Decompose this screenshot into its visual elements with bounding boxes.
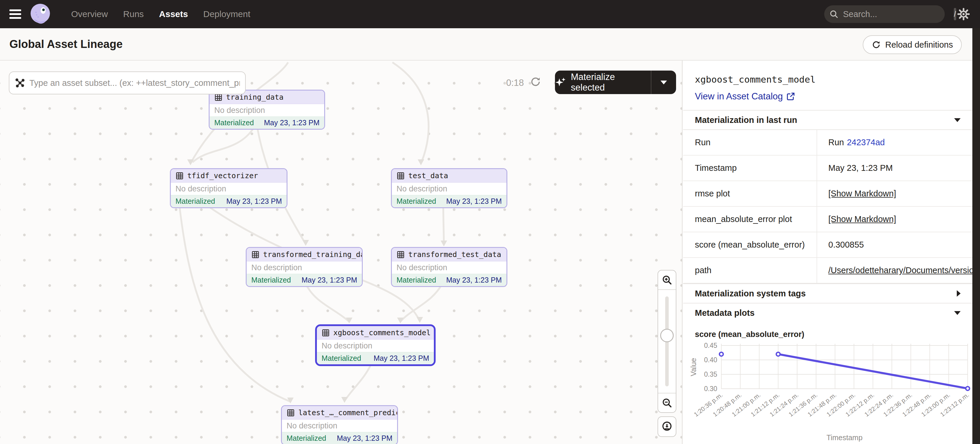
zoom-in-button[interactable] (658, 271, 676, 290)
zoom-slider-handle[interactable] (660, 329, 674, 342)
svg-text:Value: Value (689, 358, 697, 376)
table-row: Timestamp May 23, 1:23 PM (683, 156, 972, 181)
top-nav: Overview Runs Assets Deployment / (0, 0, 980, 28)
chevron-down-icon (954, 118, 961, 122)
status-badge: Materialized (321, 354, 361, 363)
nav-item-runs[interactable]: Runs (123, 9, 144, 19)
node-description: No description (247, 261, 362, 274)
asset-node-transformed-test-data[interactable]: transformed_test_data No description Mat… (391, 247, 508, 287)
chevron-right-icon (957, 290, 961, 297)
page-title: Global Asset Lineage (10, 38, 123, 51)
chevron-down-icon (954, 311, 961, 315)
global-search[interactable]: / (824, 5, 945, 23)
materialize-options-caret[interactable] (651, 70, 676, 94)
section-materialization-system-tags[interactable]: Materialization system tags (683, 283, 972, 303)
table-row: rmse plot [Show Markdown] (683, 181, 972, 207)
table-row: score (mean_absolute_error) 0.300855 (683, 232, 972, 258)
view-in-asset-catalog-link[interactable]: View in Asset Catalog (695, 91, 961, 102)
nav-item-deployment[interactable]: Deployment (203, 9, 250, 19)
status-badge: Materialized (396, 197, 436, 205)
node-description: No description (392, 261, 506, 274)
svg-text:0.45: 0.45 (704, 342, 717, 349)
materialize-selected-button[interactable]: Materialize selected (555, 70, 676, 94)
svg-text:Timestamp: Timestamp (827, 433, 863, 442)
search-input[interactable] (843, 10, 954, 19)
asset-details-panel: xgboost_comments_model View in Asset Cat… (683, 60, 972, 444)
panel-asset-title: xgboost_comments_model (695, 74, 961, 85)
asset-filter[interactable] (9, 72, 246, 94)
download-image-button[interactable] (657, 416, 676, 437)
score-line-chart: 0.300.350.400.451:20:36 p.m.1:20:48 p.m.… (689, 340, 972, 444)
status-badge: Materialized (175, 197, 215, 205)
nav-item-overview[interactable]: Overview (71, 9, 108, 19)
nav-right: / (824, 5, 970, 23)
asset-node-latest-comment-predictions[interactable]: latest_…_comment_predictions No descript… (281, 405, 398, 444)
asset-node-xgboost-comments-model[interactable]: xgboost_comments_model No description Ma… (315, 324, 436, 366)
status-badge: Materialized (396, 276, 436, 284)
nav-links: Overview Runs Assets Deployment (71, 9, 250, 19)
table-icon (321, 329, 330, 337)
status-badge: Materialized (286, 434, 326, 442)
show-markdown-link[interactable]: [Show Markdown] (828, 214, 896, 224)
table-icon (396, 172, 405, 180)
sparkle-icon (555, 77, 566, 88)
svg-text:0.30: 0.30 (704, 385, 717, 393)
section-metadata-plots[interactable]: Metadata plots (683, 303, 972, 322)
node-description: No description (171, 183, 286, 195)
external-link-icon (786, 92, 795, 101)
status-badge: Materialized (251, 276, 291, 284)
svg-text:0.35: 0.35 (704, 371, 717, 378)
zoom-out-button[interactable] (658, 393, 676, 412)
graph-zoom-toolbar (657, 270, 676, 437)
asset-graph-icon (15, 78, 25, 88)
chevron-down-icon (660, 81, 667, 84)
section-materialization-last-run[interactable]: Materialization in last run (683, 110, 972, 129)
svg-text:0.40: 0.40 (704, 356, 717, 364)
table-icon (286, 409, 295, 417)
show-markdown-link[interactable]: [Show Markdown] (828, 189, 896, 199)
node-description: No description (317, 340, 434, 352)
refresh-icon[interactable] (530, 76, 541, 88)
asset-node-training-data[interactable]: training_data No description Materialize… (209, 90, 325, 130)
chart-title: score (mean_absolute_error) (683, 322, 972, 340)
menu-icon[interactable] (10, 10, 21, 19)
refresh-icon (872, 40, 881, 49)
gear-icon[interactable] (957, 8, 970, 21)
page-header: Global Asset Lineage Reload definitions (0, 28, 980, 60)
table-icon (396, 250, 405, 259)
path-link[interactable]: /Users/odetteharary/Documents/version (828, 266, 972, 275)
asset-filter-input[interactable] (29, 78, 240, 88)
nav-item-assets[interactable]: Assets (159, 9, 188, 19)
table-row: path /Users/odetteharary/Documents/versi… (683, 258, 972, 283)
table-icon (175, 172, 184, 180)
table-icon (251, 250, 259, 259)
status-badge: Materialized (214, 118, 254, 127)
search-icon (829, 9, 839, 19)
node-description: No description (392, 183, 506, 195)
reload-definitions-button[interactable]: Reload definitions (863, 35, 962, 54)
right-scroll-strip[interactable] (972, 28, 980, 444)
run-id-link[interactable]: 242374ad (847, 138, 885, 147)
asset-node-test-data[interactable]: test_data No description MaterializedMay… (391, 168, 508, 208)
node-description: No description (282, 420, 397, 432)
asset-node-transformed-training-data[interactable]: transformed_training_data No description… (246, 247, 363, 287)
refresh-timer: 0:18 (506, 78, 524, 88)
asset-node-tfidf-vectorizer[interactable]: tfidf_vectorizer No description Material… (170, 168, 288, 208)
node-description: No description (210, 104, 324, 116)
search-shortcut-badge: / (954, 8, 956, 20)
dagster-logo[interactable] (29, 3, 52, 25)
table-row: Run Run242374ad (683, 130, 972, 156)
zoom-slider[interactable] (658, 290, 676, 393)
asset-lineage-graph: 0:18 Materialize selected training (0, 60, 682, 444)
last-run-table: Run Run242374ad Timestamp May 23, 1:23 P… (683, 129, 972, 283)
table-row: mean_absolute_error plot [Show Markdown] (683, 207, 972, 232)
